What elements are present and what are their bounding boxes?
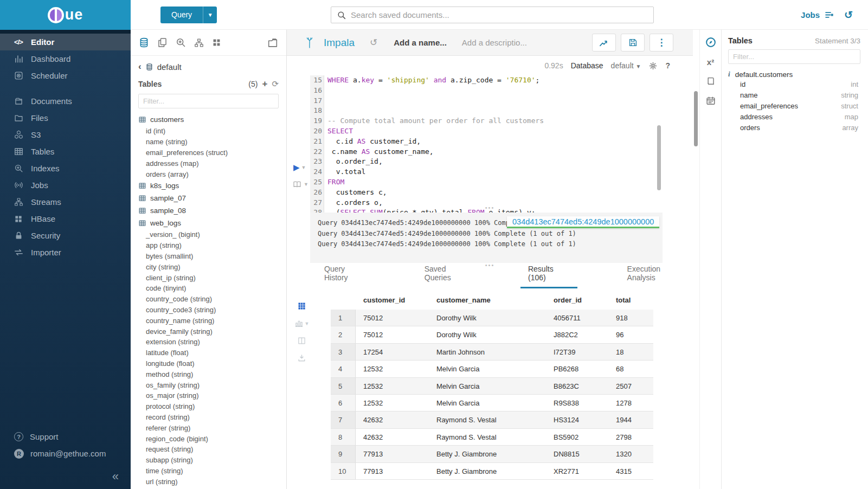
tree-column[interactable]: client_ip (string) — [138, 272, 279, 283]
tree-column[interactable]: bytes (smallint) — [138, 251, 279, 262]
database-selector[interactable]: default ▼ — [611, 61, 641, 70]
tree-column[interactable]: record (string) — [138, 412, 279, 423]
tree-column[interactable]: latitude (float) — [138, 348, 279, 358]
tables-filter-input[interactable] — [138, 94, 279, 108]
tree-column[interactable]: id (int) — [138, 126, 279, 137]
right-column-addresses[interactable]: addressesmap — [728, 112, 860, 123]
page-scrollbar-thumb[interactable] — [694, 91, 698, 146]
assist-apps-icon[interactable] — [211, 37, 222, 48]
execute-options-caret[interactable]: ▼ — [301, 165, 306, 170]
sidebar-item-files[interactable]: Files — [0, 110, 131, 126]
tree-column[interactable]: os_major (string) — [138, 390, 279, 401]
tree-column[interactable]: region_code (bigint) — [138, 433, 279, 444]
tree-column[interactable]: subapp (string) — [138, 455, 279, 466]
add-table-button[interactable]: + — [262, 79, 267, 89]
right-column-id[interactable]: idint — [728, 79, 860, 89]
assist-compass-icon[interactable] — [705, 36, 717, 48]
query-id-overlay[interactable]: 034d413ec7474ed5:4249de1000000000 — [507, 216, 659, 228]
more-actions-button[interactable]: ⋮ — [650, 34, 673, 52]
search-input[interactable] — [351, 10, 648, 20]
tree-column[interactable]: method (string) — [138, 369, 279, 379]
hue-logo[interactable]: ue — [0, 0, 131, 30]
tree-table[interactable]: customers — [138, 113, 279, 126]
help-icon[interactable]: ? — [665, 61, 670, 70]
tree-column[interactable]: email_preferences (struct) — [138, 147, 279, 158]
sidebar-item-importer[interactable]: Importer — [0, 244, 131, 261]
docs-caret[interactable]: ▼ — [304, 182, 308, 187]
back-chevron-icon[interactable]: ‹ — [138, 61, 142, 72]
refresh-tables-icon[interactable]: ⟳ — [272, 79, 279, 89]
grid-view-icon[interactable] — [297, 301, 306, 311]
right-column-email_preferences[interactable]: email_preferencesstruct — [728, 100, 860, 111]
tree-column[interactable]: request (string) — [138, 444, 279, 455]
download-results-icon[interactable] — [297, 353, 306, 363]
column-header-total[interactable]: total — [616, 296, 653, 304]
tree-column[interactable]: protocol (string) — [138, 401, 279, 412]
functions-icon[interactable]: x² — [707, 57, 714, 67]
query-versions-icon[interactable]: ↺ — [370, 37, 377, 48]
sidebar-item-jobs[interactable]: Jobs — [0, 177, 131, 194]
tree-column[interactable]: city (string) — [138, 261, 279, 272]
tab-saved-queries[interactable]: Saved Queries — [417, 265, 478, 288]
query-dropdown-caret[interactable]: ▼ — [203, 7, 217, 23]
execute-query-button[interactable]: ▶ — [293, 163, 300, 171]
language-reference-icon[interactable] — [705, 76, 716, 86]
right-column-name[interactable]: namestring — [728, 89, 860, 100]
sidebar-item-streams[interactable]: Streams — [0, 194, 131, 210]
tree-column[interactable]: longitude (float) — [138, 358, 279, 369]
query-history-icon[interactable]: ↺ — [844, 10, 853, 20]
assist-sitemap-icon[interactable] — [194, 37, 204, 48]
sidebar-item-editor[interactable]: </>Editor — [0, 34, 131, 50]
sidebar-item-scheduler[interactable]: Scheduler — [0, 67, 131, 84]
sidebar-item-dashboard[interactable]: Dashboard — [0, 50, 131, 67]
sql-code-editor[interactable]: 15WHERE a.key = 'shipping' and a.zip_cod… — [287, 75, 693, 218]
tree-column[interactable]: code (tinyint) — [138, 283, 279, 294]
tree-column[interactable]: orders (array) — [138, 169, 279, 179]
tree-table[interactable]: web_logs — [138, 217, 279, 229]
query-name-field[interactable]: Add a name... — [394, 38, 447, 47]
tree-table[interactable]: sample_07 — [138, 192, 279, 204]
assist-folder-icon[interactable] — [267, 37, 279, 49]
sidebar-item-indexes[interactable]: Indexes — [0, 160, 131, 177]
user-menu[interactable]: R romain@gethue.com — [0, 445, 131, 462]
columns-view-icon[interactable] — [297, 336, 306, 345]
collapse-sidebar-button[interactable]: « — [0, 462, 131, 489]
column-header-customer_id[interactable]: customer_id — [356, 296, 434, 304]
tree-column[interactable]: country_code (string) — [138, 294, 279, 305]
tree-column[interactable]: extension (string) — [138, 337, 279, 348]
database-name[interactable]: default — [157, 62, 182, 72]
assist-databases-icon[interactable] — [138, 37, 150, 48]
tree-column[interactable]: url (string) — [138, 476, 279, 487]
save-button[interactable] — [621, 34, 645, 52]
tree-column[interactable]: country_name (string) — [138, 315, 279, 326]
open-book-icon[interactable] — [292, 179, 302, 189]
sidebar-item-s3[interactable]: S3 — [0, 126, 131, 143]
sidebar-item-security[interactable]: Security — [0, 227, 131, 244]
chart-button[interactable] — [592, 34, 616, 52]
jobs-link[interactable]: Jobs — [801, 10, 834, 20]
tree-table[interactable]: k8s_logs — [138, 179, 279, 192]
active-table-row[interactable]: i default.customers — [728, 70, 860, 79]
assist-documents-icon[interactable] — [157, 37, 168, 48]
tree-column[interactable]: country_code3 (string) — [138, 305, 279, 316]
tab-query-history[interactable]: Query History — [317, 265, 375, 288]
tree-column[interactable]: os_family (string) — [138, 379, 279, 390]
new-query-button[interactable]: Query ▼ — [160, 7, 217, 23]
right-filter-input[interactable] — [728, 49, 860, 64]
tab-results-106-[interactable]: Results (106) — [520, 265, 577, 288]
tree-column[interactable]: time (string) — [138, 466, 279, 477]
tree-column[interactable]: app (string) — [138, 240, 279, 251]
tree-table[interactable]: sample_08 — [138, 204, 279, 217]
support-link[interactable]: ? Support — [0, 428, 131, 445]
tree-column[interactable]: user_agent (string) — [138, 487, 279, 489]
query-description-field[interactable]: Add a descriptio... — [462, 38, 527, 47]
tree-column[interactable]: referer (string) — [138, 422, 279, 433]
tree-column[interactable]: device_family (string) — [138, 326, 279, 337]
column-header-customer_name[interactable]: customer_name — [434, 296, 554, 304]
tree-column[interactable]: name (string) — [138, 137, 279, 147]
schedule-icon[interactable] — [705, 95, 716, 106]
settings-gear-icon[interactable] — [648, 61, 658, 70]
chart-view-icon[interactable]: ▼ — [294, 319, 310, 328]
right-column-orders[interactable]: ordersarray — [728, 123, 860, 133]
tree-column[interactable]: _version_ (bigint) — [138, 229, 279, 240]
